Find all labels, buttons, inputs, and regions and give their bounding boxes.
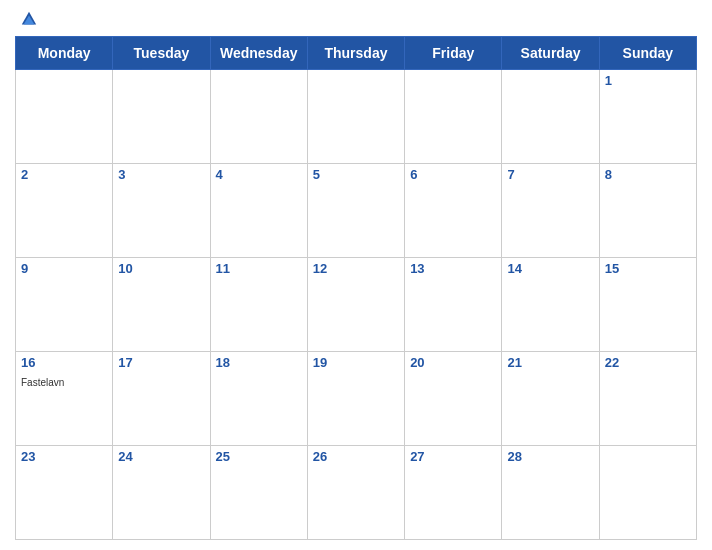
calendar-cell (502, 70, 599, 164)
calendar-cell: 8 (599, 164, 696, 258)
day-number: 8 (605, 167, 691, 182)
calendar-cell: 1 (599, 70, 696, 164)
day-number: 1 (605, 73, 691, 88)
day-header-sunday: Sunday (599, 37, 696, 70)
calendar-table: MondayTuesdayWednesdayThursdayFridaySatu… (15, 36, 697, 540)
calendar-cell (599, 446, 696, 540)
logo (20, 10, 41, 28)
calendar-cell (307, 70, 404, 164)
day-number: 9 (21, 261, 107, 276)
calendar-cell: 13 (405, 258, 502, 352)
day-header-friday: Friday (405, 37, 502, 70)
calendar-cell: 26 (307, 446, 404, 540)
calendar-cell: 20 (405, 352, 502, 446)
logo-blue-container (20, 10, 41, 28)
calendar-cell: 12 (307, 258, 404, 352)
day-number: 3 (118, 167, 204, 182)
week-row-2: 2345678 (16, 164, 697, 258)
day-number: 10 (118, 261, 204, 276)
day-number: 11 (216, 261, 302, 276)
days-of-week-row: MondayTuesdayWednesdayThursdayFridaySatu… (16, 37, 697, 70)
day-header-saturday: Saturday (502, 37, 599, 70)
calendar-cell: 28 (502, 446, 599, 540)
day-number: 18 (216, 355, 302, 370)
calendar-cell: 14 (502, 258, 599, 352)
calendar-cell (210, 70, 307, 164)
week-row-5: 232425262728 (16, 446, 697, 540)
calendar-cell: 25 (210, 446, 307, 540)
calendar-cell: 5 (307, 164, 404, 258)
calendar-cell: 16Fastelavn (16, 352, 113, 446)
day-header-thursday: Thursday (307, 37, 404, 70)
day-number: 4 (216, 167, 302, 182)
calendar-cell: 22 (599, 352, 696, 446)
day-number: 16 (21, 355, 107, 370)
day-number: 21 (507, 355, 593, 370)
day-number: 2 (21, 167, 107, 182)
day-number: 20 (410, 355, 496, 370)
day-header-wednesday: Wednesday (210, 37, 307, 70)
calendar-cell: 17 (113, 352, 210, 446)
calendar-cell: 18 (210, 352, 307, 446)
day-number: 13 (410, 261, 496, 276)
day-number: 24 (118, 449, 204, 464)
day-number: 23 (21, 449, 107, 464)
week-row-1: 1 (16, 70, 697, 164)
calendar-cell: 9 (16, 258, 113, 352)
calendar-cell (113, 70, 210, 164)
holiday-label: Fastelavn (21, 377, 64, 388)
calendar-cell: 24 (113, 446, 210, 540)
day-number: 26 (313, 449, 399, 464)
calendar-cell (16, 70, 113, 164)
day-number: 14 (507, 261, 593, 276)
calendar-cell: 23 (16, 446, 113, 540)
calendar-cell: 15 (599, 258, 696, 352)
day-number: 25 (216, 449, 302, 464)
calendar-cell: 11 (210, 258, 307, 352)
day-number: 17 (118, 355, 204, 370)
calendar-cell: 27 (405, 446, 502, 540)
calendar-cell: 7 (502, 164, 599, 258)
calendar-header (15, 10, 697, 28)
calendar-cell: 21 (502, 352, 599, 446)
week-row-3: 9101112131415 (16, 258, 697, 352)
day-number: 5 (313, 167, 399, 182)
calendar-cell: 3 (113, 164, 210, 258)
calendar-cell (405, 70, 502, 164)
calendar-cell: 19 (307, 352, 404, 446)
day-number: 7 (507, 167, 593, 182)
logo-icon (20, 10, 38, 28)
day-header-tuesday: Tuesday (113, 37, 210, 70)
day-number: 19 (313, 355, 399, 370)
calendar-cell: 2 (16, 164, 113, 258)
calendar-cell: 6 (405, 164, 502, 258)
calendar-cell: 4 (210, 164, 307, 258)
day-number: 22 (605, 355, 691, 370)
day-number: 6 (410, 167, 496, 182)
calendar-cell: 10 (113, 258, 210, 352)
day-number: 28 (507, 449, 593, 464)
day-number: 12 (313, 261, 399, 276)
day-number: 27 (410, 449, 496, 464)
day-header-monday: Monday (16, 37, 113, 70)
day-number: 15 (605, 261, 691, 276)
week-row-4: 16Fastelavn171819202122 (16, 352, 697, 446)
